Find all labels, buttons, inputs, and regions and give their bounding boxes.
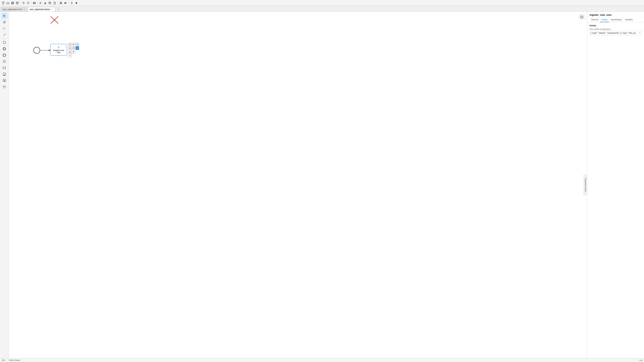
properties-panel-title: register_new_user [590,13,642,16]
ctx-append-circle2[interactable] [68,46,72,50]
ctx-append-circle[interactable] [68,43,72,46]
task-icon [58,46,60,49]
svg-rect-3 [12,3,13,4]
svg-point-18 [3,41,6,44]
svg-rect-10 [49,2,51,4]
ctx-delete[interactable] [72,50,75,53]
palette-sep-1 [2,38,7,39]
svg-rect-36 [77,44,78,45]
run-button[interactable] [74,1,79,5]
data-store-button[interactable] [1,84,8,90]
form-json-label: Form JSON Configuration [590,28,642,30]
properties-panel-tabs: General Forms Input/Output Headers [587,17,644,22]
svg-point-20 [3,48,5,50]
canvas[interactable]: Register new user [9,12,587,358]
status-engine: Zeebe Engine [9,359,20,361]
ctx-edit[interactable] [68,50,72,53]
cut-button[interactable] [43,1,48,5]
task-button[interactable] [1,65,8,71]
redo-button[interactable] [26,1,30,5]
subprocess-button[interactable] [1,71,8,77]
tab-form-close[interactable]: × [23,8,26,10]
status-xml: XML [2,359,6,361]
svg-point-9 [46,3,46,4]
gateway-button[interactable] [1,58,8,64]
diagram-svg [9,12,587,358]
add-tab-button[interactable]: + [56,7,60,11]
svg-point-8 [44,3,45,4]
task-register-new-user[interactable]: Register new user [50,44,67,56]
collapsed-subprocess-button[interactable] [1,78,8,84]
svg-point-42 [77,48,78,48]
svg-rect-29 [3,86,6,88]
properties-panel-header: register_new_user [587,12,644,17]
svg-rect-0 [2,2,4,4]
separator-1 [20,1,20,5]
svg-point-41 [77,47,78,49]
svg-rect-2 [12,2,13,3]
image-export-button[interactable] [32,1,36,5]
svg-line-33 [51,16,58,23]
undo-button[interactable] [21,1,26,5]
svg-point-21 [3,54,6,56]
lasso-tool-button[interactable] [1,19,8,25]
prop-tab-general[interactable]: General [590,17,600,22]
space-tool-button[interactable] [1,25,8,31]
svg-rect-5 [17,2,18,3]
left-palette [0,12,9,358]
svg-line-32 [51,16,58,23]
ctx-append-rect[interactable] [76,43,79,46]
tabs-bar: user_registration.form × user_registrati… [0,6,644,12]
svg-rect-22 [3,67,6,69]
ctx-append-sub[interactable] [72,46,75,50]
copy-button[interactable] [48,1,52,5]
ctx-change-type[interactable] [76,46,79,50]
properties-panel-toggle[interactable]: Properties Panel [584,174,587,195]
tab-bpmn-label: user_registration.bpmn [30,8,50,10]
paste-button[interactable] [52,1,57,5]
ctx-append-diamond[interactable] [72,43,75,46]
align-button[interactable] [38,1,43,5]
prop-tab-forms[interactable]: Forms [600,17,609,22]
tab-bpmn-close[interactable]: × [51,8,53,10]
tab-form[interactable]: user_registration.form × [1,7,27,11]
record-button[interactable] [59,1,63,5]
save-as-button[interactable] [15,1,20,5]
svg-point-34 [58,46,59,47]
svg-rect-26 [4,81,5,81]
prop-tab-inputoutput[interactable]: Input/Output [609,17,624,22]
toolbar [0,0,644,6]
form-json-value[interactable]: { "type": "default", "components": [ { "… [590,31,642,35]
ctx-connect[interactable] [68,54,72,57]
context-actions [68,43,79,57]
svg-rect-13 [60,3,61,3]
task-label: Register new user [51,49,66,53]
save-button[interactable] [10,1,15,5]
status-log[interactable]: Log [639,359,642,361]
svg-point-37 [69,47,70,49]
folder-button[interactable] [6,1,10,5]
properties-panel: register_new_user General Forms Input/Ou… [587,12,644,358]
tab-bpmn[interactable]: user_registration.bpmn × [28,7,55,11]
prop-tab-headers[interactable]: Headers [624,17,634,22]
separator-5 [68,1,69,5]
status-bar: XML Zeebe Engine Log [0,358,644,362]
hand-tool-button[interactable] [1,13,8,19]
skip-button[interactable] [64,1,68,5]
end-event-button[interactable] [1,52,8,58]
deploy-button[interactable] [70,1,74,5]
svg-rect-11 [54,2,56,4]
form-json-close[interactable]: × [639,32,640,34]
main-area: Register new user [0,12,644,358]
intermediate-event-button[interactable] [1,46,8,52]
forms-section-title: Forms [590,24,642,27]
map-icon[interactable] [579,14,585,20]
start-event-button[interactable] [1,39,8,45]
connect-tool-button[interactable] [1,32,8,38]
form-json-text: { "type": "default", "components": [ { "… [591,32,638,34]
tab-form-label: user_registration.form [2,8,22,10]
svg-point-35 [69,44,70,45]
start-event[interactable] [33,47,40,54]
new-button[interactable] [1,1,5,5]
properties-panel-content: Forms Form JSON Configuration { "type": … [587,22,644,358]
